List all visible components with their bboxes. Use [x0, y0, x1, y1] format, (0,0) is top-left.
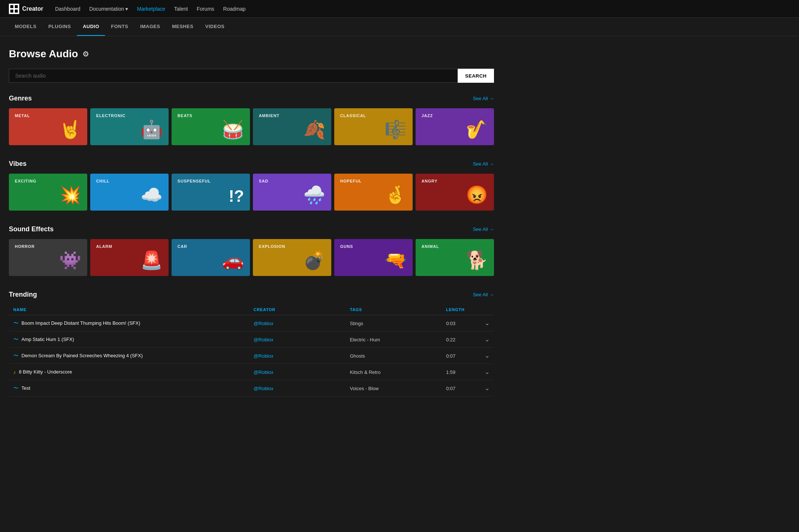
track-name: Boom Impact Deep Distant Thumping Hits B… [21, 320, 140, 326]
search-button[interactable]: SEARCH [458, 69, 494, 83]
genres-see-all[interactable]: See All → [473, 96, 494, 101]
category-card[interactable]: AMBIENT🍂 [253, 108, 331, 145]
nav-dashboard[interactable]: Dashboard [55, 6, 81, 12]
track-expand-cell[interactable]: ⌄ [480, 331, 494, 348]
trending-table: NAME CREATOR TAGS LENGTH 〜 Boom Impact D… [9, 304, 494, 396]
svg-rect-0 [10, 5, 13, 8]
subnav-fonts[interactable]: FONTS [105, 18, 134, 36]
category-emoji: 😡 [466, 185, 488, 205]
track-name: Test [21, 385, 30, 391]
nav-documentation[interactable]: Documentation ▾ [89, 6, 128, 12]
category-label: CHILL [96, 179, 163, 183]
category-card[interactable]: GUNS🔫 [334, 239, 413, 276]
track-creator-cell: @Roblox [249, 331, 345, 348]
subnav-meshes[interactable]: MESHES [166, 18, 199, 36]
wave-icon: 〜 [13, 385, 18, 392]
page-title: Browse Audio [9, 48, 78, 60]
track-expand-cell[interactable]: ⌄ [480, 364, 494, 380]
track-length-cell: 0:07 [441, 380, 480, 396]
subnav-images[interactable]: IMAGES [134, 18, 166, 36]
track-creator-cell: @Roblox [249, 348, 345, 364]
table-row[interactable]: 〜 Demon Scream By Pained Screeches Wheez… [9, 348, 494, 364]
category-card[interactable]: HORROR👾 [9, 239, 87, 276]
expand-button[interactable]: ⌄ [485, 385, 490, 392]
subnav-models[interactable]: MODELS [9, 18, 43, 36]
logo[interactable]: Creator [9, 4, 43, 14]
tag-text: Stings [350, 321, 363, 326]
tag-text: Electric - Hum [350, 337, 380, 342]
track-tags-cell: Ghosts [345, 348, 441, 364]
table-row[interactable]: ♪ 8 Bitty Kitty - Underscore @Roblox Kit… [9, 364, 494, 380]
category-card[interactable]: BEATS🥁 [172, 108, 250, 145]
track-length-cell: 0:03 [441, 315, 480, 331]
subnav-plugins[interactable]: PLUGINS [43, 18, 77, 36]
nav-forums[interactable]: Forums [197, 6, 214, 12]
svg-rect-3 [15, 10, 18, 13]
category-card[interactable]: ANGRY😡 [416, 174, 494, 211]
trending-header: Trending See All → [9, 291, 494, 299]
category-emoji: 🐕 [466, 250, 488, 271]
expand-button[interactable]: ⌄ [485, 336, 490, 343]
table-row[interactable]: 〜 Test @Roblox Voices - Blow 0:07 ⌄ [9, 380, 494, 396]
category-card[interactable]: CLASSICAL🎼 [334, 108, 413, 145]
category-label: HOPEFUL [340, 179, 407, 183]
category-card[interactable]: ANIMAL🐕 [416, 239, 494, 276]
expand-button[interactable]: ⌄ [485, 320, 490, 327]
category-card[interactable]: ALARM🚨 [90, 239, 169, 276]
category-emoji: 🚗 [222, 250, 244, 271]
creator-link[interactable]: @Roblox [254, 369, 274, 375]
category-card[interactable]: ELECTRONIC🤖 [90, 108, 169, 145]
category-emoji: 🤞 [385, 185, 407, 205]
length-text: 0:07 [446, 386, 455, 391]
track-tags-cell: Voices - Blow [345, 380, 441, 396]
creator-link[interactable]: @Roblox [254, 386, 274, 391]
subnav-videos[interactable]: VIDEOS [199, 18, 230, 36]
category-card[interactable]: SAD🌧️ [253, 174, 331, 211]
length-text: 1:59 [446, 369, 455, 375]
category-card[interactable]: METAL🤘 [9, 108, 87, 145]
category-emoji: 🥁 [222, 119, 244, 140]
table-row[interactable]: 〜 Boom Impact Deep Distant Thumping Hits… [9, 315, 494, 331]
tag-text: Voices - Blow [350, 386, 379, 391]
track-tags-cell: Stings [345, 315, 441, 331]
track-expand-cell[interactable]: ⌄ [480, 348, 494, 364]
category-emoji: 🤖 [140, 119, 163, 140]
expand-button[interactable]: ⌄ [485, 368, 490, 375]
track-expand-cell[interactable]: ⌄ [480, 315, 494, 331]
col-expand [480, 304, 494, 315]
nav-talent[interactable]: Talent [174, 6, 188, 12]
track-name: 8 Bitty Kitty - Underscore [19, 369, 72, 375]
category-label: ELECTRONIC [96, 113, 163, 118]
category-card[interactable]: EXCITING💥 [9, 174, 87, 211]
table-row[interactable]: 〜 Amp Static Hum 1 (SFX) @Roblox Electri… [9, 331, 494, 348]
filter-icon[interactable]: ⚙ [82, 50, 89, 58]
track-expand-cell[interactable]: ⌄ [480, 380, 494, 396]
track-name: Amp Static Hum 1 (SFX) [21, 337, 74, 342]
search-input[interactable] [9, 69, 458, 83]
subnav-audio[interactable]: AUDIO [77, 18, 105, 36]
category-card[interactable]: EXPLOSION💣 [253, 239, 331, 276]
category-card[interactable]: CHILL☁️ [90, 174, 169, 211]
sfx-see-all[interactable]: See All → [473, 226, 494, 232]
col-creator: CREATOR [249, 304, 345, 315]
category-card[interactable]: HOPEFUL🤞 [334, 174, 413, 211]
trending-see-all[interactable]: See All → [473, 292, 494, 297]
creator-link[interactable]: @Roblox [254, 321, 274, 326]
nav-marketplace[interactable]: Marketplace [137, 6, 165, 12]
creator-link[interactable]: @Roblox [254, 353, 274, 359]
track-tags-cell: Kitsch & Retro [345, 364, 441, 380]
track-name-cell: 〜 Amp Static Hum 1 (SFX) [9, 331, 249, 348]
category-card[interactable]: CAR🚗 [172, 239, 250, 276]
trending-title: Trending [9, 291, 37, 299]
genres-section: Genres See All → METAL🤘ELECTRONIC🤖BEATS🥁… [9, 95, 494, 145]
vibes-see-all[interactable]: See All → [473, 161, 494, 167]
wave-icon: 〜 [13, 352, 18, 359]
creator-link[interactable]: @Roblox [254, 337, 274, 342]
nav-roadmap[interactable]: Roadmap [223, 6, 246, 12]
category-card[interactable]: SUSPENSEFUL!? [172, 174, 250, 211]
sub-nav: MODELS PLUGINS AUDIO FONTS IMAGES MESHES… [0, 18, 799, 36]
expand-button[interactable]: ⌄ [485, 352, 490, 359]
category-card[interactable]: JAZZ🎷 [416, 108, 494, 145]
vibes-title: Vibes [9, 160, 27, 168]
category-label: HORROR [15, 244, 81, 249]
